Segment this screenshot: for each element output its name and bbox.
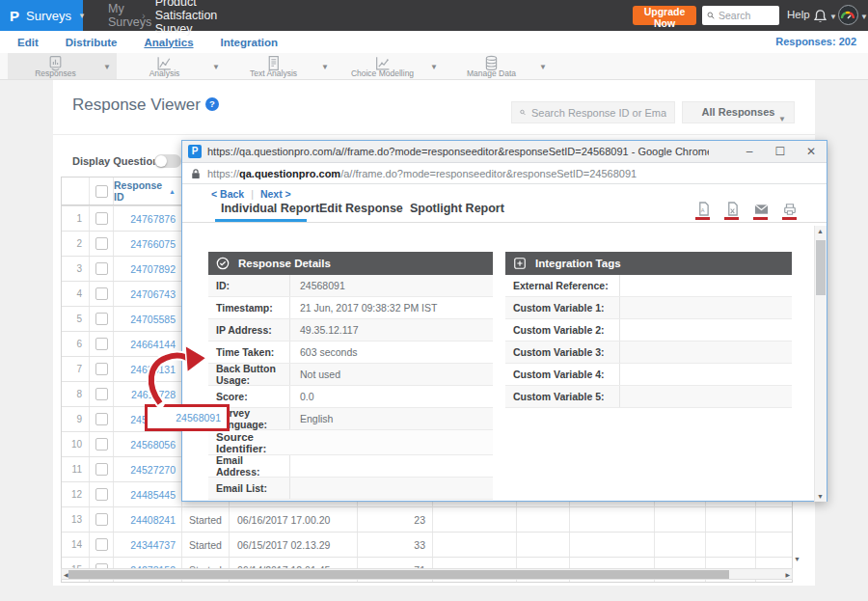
tab-edit-response[interactable]: Edit Response [319, 202, 403, 215]
toggle-knob [155, 155, 167, 167]
help-link[interactable]: Help [787, 9, 810, 20]
print-icon[interactable] [782, 200, 798, 217]
response-id-link[interactable]: 24408241 [114, 507, 182, 532]
detail-value: 0.0 [290, 386, 493, 407]
nav-item-edit[interactable]: Edit [17, 37, 39, 48]
row-checkbox[interactable] [95, 513, 108, 526]
row-checkbox[interactable] [95, 287, 108, 300]
toolbar-item-choice-modelling[interactable]: Choice Modelling ▼ [335, 53, 444, 79]
toolbar-item-text-analysis[interactable]: Text Analysis ▼ [226, 53, 335, 79]
row-checkbox[interactable] [95, 237, 108, 250]
row-checkbox[interactable] [95, 538, 108, 551]
row-number: 12 [62, 482, 90, 506]
detail-value [290, 455, 493, 477]
table-row[interactable]: 13 24408241 Started 06/16/2017 17.00.20 … [62, 506, 792, 532]
email-icon[interactable] [753, 200, 769, 217]
detail-label: Back Button Usage: [208, 364, 290, 385]
popup-scrollbar[interactable]: ▲ ▼ [814, 226, 827, 502]
popup-scrollbar-thumb[interactable] [816, 240, 826, 295]
response-id-link[interactable]: 24706743 [114, 282, 182, 306]
table-row[interactable]: 14 24344737 Started 06/15/2017 02.13.29 … [62, 532, 792, 557]
tab-spotlight-report[interactable]: Spotlight Report [410, 202, 504, 215]
row-checkbox[interactable] [95, 262, 108, 275]
all-responses-value: All Responses [702, 106, 775, 118]
nav-item-analytics[interactable]: Analytics [144, 37, 193, 48]
row-checkbox[interactable] [95, 313, 108, 325]
all-responses-dropdown[interactable]: All Responses ▼ [682, 101, 795, 123]
response-id-link[interactable]: 24705585 [114, 307, 182, 331]
scroll-down-icon[interactable]: ▼ [817, 493, 824, 500]
response-search[interactable] [511, 101, 675, 123]
close-button[interactable]: ✕ [796, 141, 827, 162]
row-checkbox[interactable] [95, 463, 108, 476]
scroll-up-icon[interactable]: ▲ [817, 228, 824, 234]
row-checkbox[interactable] [95, 488, 108, 501]
maximize-button[interactable]: ☐ [765, 141, 796, 162]
page-title: Response Viewer [72, 96, 201, 115]
chevron-down-icon[interactable]: ▼ [212, 63, 220, 71]
popup-title-bar[interactable]: P https://qa.questionpro.com/a//frame.do… [182, 141, 827, 163]
chevron-down-icon[interactable]: ▼ [103, 63, 111, 71]
chevron-down-icon[interactable]: ▼ [430, 63, 438, 71]
display-questions-toggle[interactable] [154, 154, 181, 168]
row-checkbox[interactable] [95, 338, 108, 350]
detail-value [620, 386, 792, 407]
pdf-icon[interactable]: A [695, 200, 711, 217]
global-search-input[interactable] [719, 10, 774, 21]
row-checkbox[interactable] [95, 413, 108, 425]
excel-icon[interactable] [724, 200, 740, 217]
response-id-link[interactable]: 24664144 [114, 332, 182, 356]
row-checkbox[interactable] [95, 212, 108, 225]
help-bubble-icon[interactable]: ? [205, 97, 219, 111]
scrollbar-thumb[interactable] [68, 570, 729, 579]
response-id-link[interactable]: 24485445 [114, 482, 182, 506]
pdf-underline [695, 217, 710, 220]
tab-individual-report[interactable]: Individual Report [221, 202, 319, 215]
chevron-down-icon[interactable]: ▼ [321, 63, 329, 71]
response-id-link[interactable]: 24344737 [114, 533, 182, 557]
toolbar-item-responses[interactable]: Responses ▼ [8, 53, 117, 79]
response-id-link[interactable]: 24625131 [114, 357, 182, 381]
detail-value [290, 478, 493, 499]
table-scroll-down-icon[interactable]: ▼ [794, 556, 800, 562]
horizontal-scrollbar[interactable]: ◀ ▶ [61, 568, 793, 580]
detail-label: Custom Variable 4: [505, 364, 620, 385]
nav-item-integration[interactable]: Integration [221, 37, 278, 48]
nav-item-distribute[interactable]: Distribute [66, 37, 118, 48]
highlighted-response-id[interactable]: 24568091 [145, 404, 230, 431]
response-id-link[interactable]: 24568056 [114, 432, 182, 456]
response-id-link[interactable]: 24766075 [114, 232, 182, 256]
sort-asc-icon: ▲ [169, 188, 176, 195]
popup-url-bar[interactable]: https://qa.questionpro.com/a//frame.do?m… [182, 163, 827, 184]
upgrade-now-button[interactable]: Upgrade Now [633, 6, 696, 25]
check-circle-icon [216, 257, 230, 270]
toolbar-item-manage-data[interactable]: Manage Data ▼ [444, 53, 553, 79]
row-checkbox[interactable] [95, 363, 108, 375]
notifications-bell-icon[interactable] [813, 7, 827, 24]
account-avatar[interactable] [838, 5, 858, 25]
integration-tags-panel: Integration Tags External Reference: Cus… [505, 252, 792, 408]
bell-chevron-icon[interactable]: ▼ [829, 13, 837, 21]
row-checkbox[interactable] [95, 438, 108, 451]
response-id-link[interactable]: 24707892 [114, 257, 182, 281]
row-number: 10 [62, 432, 90, 456]
surveys-menu[interactable]: P Surveys ▼ [0, 0, 83, 31]
scroll-left-icon[interactable]: ◀ [64, 571, 68, 578]
select-all-checkbox[interactable] [95, 185, 108, 198]
breadcrumb-my-surveys[interactable]: My Surveys [108, 2, 132, 29]
minimize-button[interactable]: – [734, 141, 765, 162]
response-details-title: Response Details [238, 258, 331, 269]
account-chevron-icon[interactable]: ▼ [860, 13, 868, 21]
chevron-down-icon[interactable]: ▼ [539, 63, 547, 71]
response-search-input[interactable] [531, 107, 666, 119]
row-checkbox[interactable] [95, 388, 108, 400]
toolbar-item-analysis[interactable]: Analysis ▼ [117, 53, 226, 79]
row-time-taken: 23 [358, 507, 433, 532]
response-id-header[interactable]: Response ID ▲ [114, 178, 182, 205]
response-id-link[interactable]: 24767876 [114, 206, 182, 231]
scroll-right-icon[interactable]: ▶ [785, 571, 790, 578]
response-id-link[interactable]: 24611728 [114, 382, 182, 406]
detail-row: Score: 0.0 [208, 386, 493, 408]
response-id-link[interactable]: 24527270 [114, 457, 182, 481]
global-search[interactable] [702, 6, 779, 25]
